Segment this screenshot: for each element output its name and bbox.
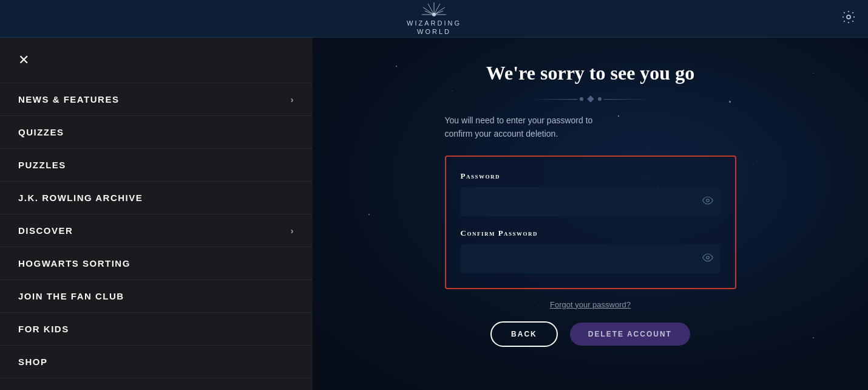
settings-button[interactable] [841, 10, 856, 28]
password-field-group: Password [461, 171, 721, 216]
form-box: Password Confirm Password [445, 156, 736, 289]
divider-dot-2 [598, 97, 602, 101]
sidebar-item-jkrowling[interactable]: J.K. Rowling Archive [0, 182, 313, 214]
divider-line-left [529, 99, 577, 100]
button-row: BACK DELETE ACCOUNT [445, 321, 736, 347]
password-input[interactable] [461, 187, 721, 216]
sidebar-nav: News & Features › Quizzes Puzzles J.K. R… [0, 83, 313, 378]
sidebar-item-quizzes-label: Quizzes [18, 127, 64, 137]
sidebar-item-fanclub-label: Join the Fan Club [18, 291, 124, 301]
sidebar-item-forkids-label: For Kids [18, 324, 69, 334]
page-title: We're sorry to see you go [445, 62, 736, 84]
back-button[interactable]: BACK [490, 321, 558, 347]
logo-text: WIZARDING [407, 19, 461, 27]
password-label: Password [461, 171, 721, 181]
sidebar-item-news-label: News & Features [18, 94, 119, 104]
divider [445, 97, 736, 101]
content-inner: We're sorry to see you go You will need … [445, 62, 736, 347]
sidebar-item-shop[interactable]: Shop [0, 346, 313, 378]
sidebar-item-quizzes[interactable]: Quizzes [0, 116, 313, 149]
sidebar-item-forkids[interactable]: For Kids [0, 313, 313, 346]
divider-dot [580, 97, 583, 101]
svg-line-4 [423, 7, 434, 15]
main-layout: ✕ News & Features › Quizzes Puzzles J.K.… [0, 38, 868, 390]
svg-point-10 [847, 15, 850, 19]
sidebar-item-fanclub[interactable]: Join the Fan Club [0, 280, 313, 313]
confirm-password-input[interactable] [461, 244, 721, 273]
divider-diamond [587, 95, 594, 102]
sidebar-item-jkrowling-label: J.K. Rowling Archive [18, 193, 143, 203]
svg-point-11 [706, 199, 709, 202]
logo-icon [422, 1, 446, 19]
sidebar-item-news[interactable]: News & Features › [0, 83, 313, 116]
eye-icon-2 [702, 252, 713, 263]
svg-point-9 [432, 13, 436, 16]
sidebar-item-puzzles[interactable]: Puzzles [0, 149, 313, 182]
sidebar-item-discover[interactable]: Discover › [0, 214, 313, 247]
sidebar-item-puzzles-label: Puzzles [18, 160, 66, 170]
confirm-password-toggle-icon[interactable] [702, 252, 713, 265]
confirm-password-label: Confirm Password [461, 228, 721, 238]
header: WIZARDING WORLD [0, 0, 868, 38]
gear-icon [841, 10, 856, 24]
confirm-password-input-wrapper [461, 244, 721, 273]
sidebar-item-hogwarts-label: Hogwarts Sorting [18, 258, 131, 269]
delete-account-button[interactable]: DELETE ACCOUNT [570, 323, 690, 346]
svg-line-3 [428, 4, 434, 15]
sidebar-item-shop-label: Shop [18, 357, 48, 367]
eye-icon [702, 195, 713, 206]
sidebar-item-discover-label: Discover [18, 225, 73, 236]
confirm-password-field-group: Confirm Password [461, 228, 721, 273]
sidebar: ✕ News & Features › Quizzes Puzzles J.K.… [0, 38, 313, 390]
close-button[interactable]: ✕ [0, 44, 313, 77]
page-description: You will need to enter your password toc… [445, 114, 736, 141]
forgot-password-link[interactable]: Forgot your password? [445, 300, 736, 309]
svg-point-12 [706, 256, 709, 259]
logo: WIZARDING WORLD [407, 1, 461, 35]
divider-line-right [604, 99, 653, 100]
svg-line-1 [434, 4, 440, 15]
chevron-right-icon: › [291, 226, 294, 236]
logo-subtext: WORLD [417, 28, 451, 36]
password-input-wrapper [461, 187, 721, 216]
sidebar-item-hogwarts[interactable]: Hogwarts Sorting [0, 247, 313, 280]
svg-line-2 [434, 7, 445, 15]
chevron-right-icon: › [291, 95, 294, 104]
content-area: We're sorry to see you go You will need … [313, 38, 868, 390]
password-toggle-icon[interactable] [702, 195, 713, 208]
